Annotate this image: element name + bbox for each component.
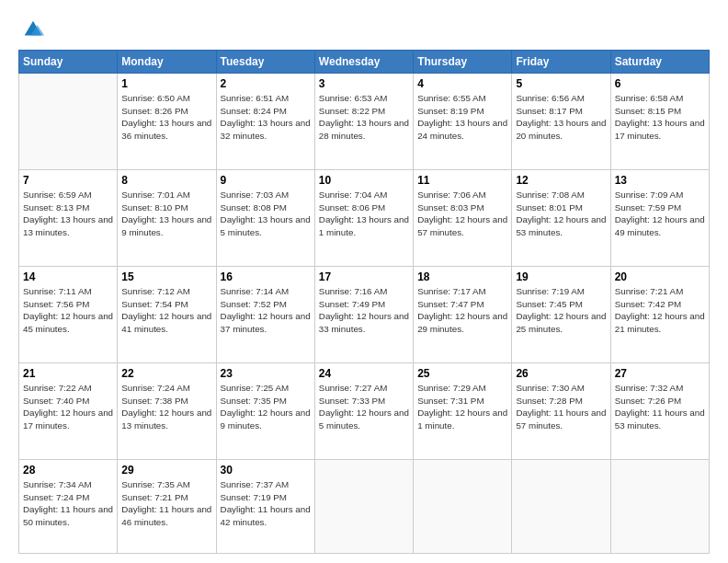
calendar-cell: 25Sunrise: 7:29 AM Sunset: 7:31 PM Dayli…	[414, 362, 512, 459]
day-info: Sunrise: 7:21 AM Sunset: 7:42 PM Dayligh…	[615, 285, 705, 336]
calendar-cell: 22Sunrise: 7:24 AM Sunset: 7:38 PM Dayli…	[118, 362, 216, 459]
calendar-cell: 30Sunrise: 7:37 AM Sunset: 7:19 PM Dayli…	[216, 459, 314, 553]
day-number: 8	[121, 174, 211, 187]
calendar-cell: 1Sunrise: 6:50 AM Sunset: 8:26 PM Daylig…	[118, 74, 216, 170]
day-info: Sunrise: 7:25 AM Sunset: 7:35 PM Dayligh…	[221, 382, 311, 432]
day-number: 2	[221, 77, 311, 90]
calendar-cell: 4Sunrise: 6:55 AM Sunset: 8:19 PM Daylig…	[414, 74, 512, 170]
weekday-header: Friday	[512, 51, 610, 74]
day-number: 4	[417, 77, 507, 90]
day-number: 21	[23, 367, 113, 380]
calendar-cell: 11Sunrise: 7:06 AM Sunset: 8:03 PM Dayli…	[414, 169, 512, 266]
day-info: Sunrise: 7:16 AM Sunset: 7:49 PM Dayligh…	[319, 285, 409, 336]
day-number: 22	[121, 367, 211, 380]
day-number: 15	[121, 270, 211, 283]
day-number: 16	[221, 270, 311, 283]
day-info: Sunrise: 7:37 AM Sunset: 7:19 PM Dayligh…	[221, 478, 311, 529]
calendar-cell: 12Sunrise: 7:08 AM Sunset: 8:01 PM Dayli…	[512, 169, 610, 266]
day-info: Sunrise: 6:50 AM Sunset: 8:26 PM Dayligh…	[121, 92, 211, 143]
day-number: 24	[319, 367, 409, 380]
calendar-cell	[414, 459, 512, 553]
page: SundayMondayTuesdayWednesdayThursdayFrid…	[0, 0, 728, 563]
day-number: 7	[23, 174, 113, 187]
calendar-cell: 16Sunrise: 7:14 AM Sunset: 7:52 PM Dayli…	[216, 266, 314, 362]
calendar-cell: 9Sunrise: 7:03 AM Sunset: 8:08 PM Daylig…	[216, 169, 314, 266]
calendar-cell	[610, 459, 709, 553]
day-info: Sunrise: 7:12 AM Sunset: 7:54 PM Dayligh…	[121, 285, 211, 336]
day-number: 6	[615, 77, 705, 90]
day-number: 23	[221, 367, 311, 380]
day-number: 5	[516, 77, 606, 90]
calendar-cell: 28Sunrise: 7:34 AM Sunset: 7:24 PM Dayli…	[19, 459, 118, 553]
day-info: Sunrise: 7:24 AM Sunset: 7:38 PM Dayligh…	[121, 382, 211, 432]
day-info: Sunrise: 6:53 AM Sunset: 8:22 PM Dayligh…	[319, 92, 409, 143]
day-info: Sunrise: 7:06 AM Sunset: 8:03 PM Dayligh…	[417, 189, 507, 239]
logo	[18, 17, 46, 42]
day-info: Sunrise: 7:29 AM Sunset: 7:31 PM Dayligh…	[417, 382, 507, 432]
calendar-cell: 19Sunrise: 7:19 AM Sunset: 7:45 PM Dayli…	[512, 266, 610, 362]
day-number: 19	[516, 270, 606, 283]
day-info: Sunrise: 7:11 AM Sunset: 7:56 PM Dayligh…	[23, 285, 113, 336]
calendar-cell	[314, 459, 413, 553]
calendar-cell: 6Sunrise: 6:58 AM Sunset: 8:15 PM Daylig…	[610, 74, 709, 170]
weekday-header: Wednesday	[314, 51, 413, 74]
day-number: 27	[615, 367, 705, 380]
calendar-cell: 15Sunrise: 7:12 AM Sunset: 7:54 PM Dayli…	[118, 266, 216, 362]
day-number: 18	[417, 270, 507, 283]
weekday-header: Saturday	[610, 51, 709, 74]
day-number: 12	[516, 174, 606, 187]
day-number: 1	[121, 77, 211, 90]
day-info: Sunrise: 7:22 AM Sunset: 7:40 PM Dayligh…	[23, 382, 113, 432]
day-number: 17	[319, 270, 409, 283]
calendar-cell: 8Sunrise: 7:01 AM Sunset: 8:10 PM Daylig…	[118, 169, 216, 266]
day-info: Sunrise: 7:03 AM Sunset: 8:08 PM Dayligh…	[221, 189, 311, 239]
calendar-cell: 10Sunrise: 7:04 AM Sunset: 8:06 PM Dayli…	[314, 169, 413, 266]
day-number: 13	[615, 174, 705, 187]
day-info: Sunrise: 7:35 AM Sunset: 7:21 PM Dayligh…	[121, 478, 211, 529]
weekday-header: Tuesday	[216, 51, 314, 74]
header	[18, 17, 710, 42]
day-number: 20	[615, 270, 705, 283]
calendar-cell	[19, 74, 118, 170]
calendar-cell: 20Sunrise: 7:21 AM Sunset: 7:42 PM Dayli…	[610, 266, 709, 362]
day-info: Sunrise: 6:56 AM Sunset: 8:17 PM Dayligh…	[516, 92, 606, 143]
day-info: Sunrise: 7:17 AM Sunset: 7:47 PM Dayligh…	[417, 285, 507, 336]
day-number: 10	[319, 174, 409, 187]
calendar-cell: 23Sunrise: 7:25 AM Sunset: 7:35 PM Dayli…	[216, 362, 314, 459]
day-info: Sunrise: 7:19 AM Sunset: 7:45 PM Dayligh…	[516, 285, 606, 336]
day-info: Sunrise: 6:59 AM Sunset: 8:13 PM Dayligh…	[23, 189, 113, 239]
day-info: Sunrise: 7:08 AM Sunset: 8:01 PM Dayligh…	[516, 189, 606, 239]
day-number: 26	[516, 367, 606, 380]
calendar-cell: 26Sunrise: 7:30 AM Sunset: 7:28 PM Dayli…	[512, 362, 610, 459]
day-number: 14	[23, 270, 113, 283]
calendar-cell: 21Sunrise: 7:22 AM Sunset: 7:40 PM Dayli…	[19, 362, 118, 459]
logo-icon	[20, 17, 46, 42]
day-info: Sunrise: 7:01 AM Sunset: 8:10 PM Dayligh…	[121, 189, 211, 239]
calendar-cell: 7Sunrise: 6:59 AM Sunset: 8:13 PM Daylig…	[19, 169, 118, 266]
day-number: 30	[221, 464, 311, 477]
calendar-cell	[512, 459, 610, 553]
calendar-cell: 29Sunrise: 7:35 AM Sunset: 7:21 PM Dayli…	[118, 459, 216, 553]
calendar-cell: 2Sunrise: 6:51 AM Sunset: 8:24 PM Daylig…	[216, 74, 314, 170]
day-info: Sunrise: 7:32 AM Sunset: 7:26 PM Dayligh…	[615, 382, 705, 432]
day-info: Sunrise: 7:34 AM Sunset: 7:24 PM Dayligh…	[23, 478, 113, 529]
calendar-cell: 27Sunrise: 7:32 AM Sunset: 7:26 PM Dayli…	[610, 362, 709, 459]
calendar-cell: 3Sunrise: 6:53 AM Sunset: 8:22 PM Daylig…	[314, 74, 413, 170]
calendar-cell: 17Sunrise: 7:16 AM Sunset: 7:49 PM Dayli…	[314, 266, 413, 362]
calendar-cell: 13Sunrise: 7:09 AM Sunset: 7:59 PM Dayli…	[610, 169, 709, 266]
day-info: Sunrise: 7:09 AM Sunset: 7:59 PM Dayligh…	[615, 189, 705, 239]
calendar-cell: 18Sunrise: 7:17 AM Sunset: 7:47 PM Dayli…	[414, 266, 512, 362]
day-info: Sunrise: 7:14 AM Sunset: 7:52 PM Dayligh…	[221, 285, 311, 336]
day-info: Sunrise: 7:27 AM Sunset: 7:33 PM Dayligh…	[319, 382, 409, 432]
day-number: 25	[417, 367, 507, 380]
day-number: 3	[319, 77, 409, 90]
day-info: Sunrise: 6:58 AM Sunset: 8:15 PM Dayligh…	[615, 92, 705, 143]
day-number: 28	[23, 464, 113, 477]
weekday-header: Thursday	[414, 51, 512, 74]
calendar-table: SundayMondayTuesdayWednesdayThursdayFrid…	[18, 50, 710, 554]
day-info: Sunrise: 7:30 AM Sunset: 7:28 PM Dayligh…	[516, 382, 606, 432]
day-info: Sunrise: 6:55 AM Sunset: 8:19 PM Dayligh…	[417, 92, 507, 143]
day-number: 11	[417, 174, 507, 187]
day-number: 9	[221, 174, 311, 187]
day-info: Sunrise: 7:04 AM Sunset: 8:06 PM Dayligh…	[319, 189, 409, 239]
